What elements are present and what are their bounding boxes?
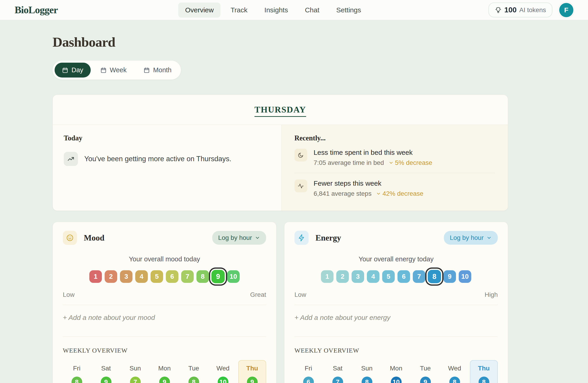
energy-scale-button[interactable]: 8 [428, 270, 441, 283]
mood-log-mode-dropdown[interactable]: Log by hour [212, 231, 266, 245]
smiley-icon [63, 231, 77, 245]
energy-scale-button[interactable]: 10 [459, 270, 471, 283]
energy-note-input[interactable] [294, 314, 498, 337]
nav-item[interactable]: Settings [329, 2, 368, 18]
pulse-icon [298, 183, 304, 189]
dashboard-page: Dashboard Day Week [0, 34, 588, 383]
mood-scale-button[interactable]: 2 [105, 270, 117, 283]
mood-weekly-day: Fri 8 [63, 360, 91, 383]
page-title: Dashboard [53, 34, 508, 50]
energy-prompt: Your overall energy today [294, 255, 498, 263]
energy-weekly-day: Thu 8 [470, 360, 498, 383]
ai-tokens-badge[interactable]: 100 AI tokens [488, 2, 552, 17]
mood-weekly-heading: WEEKLY OVERVIEW [63, 347, 266, 354]
lightbulb-icon [495, 7, 502, 14]
energy-scale-button[interactable]: 4 [367, 270, 379, 283]
mood-scale-button[interactable]: 3 [120, 270, 132, 283]
token-count: 100 [504, 6, 517, 14]
energy-scale-button[interactable]: 6 [398, 270, 410, 283]
moon-icon [298, 152, 304, 158]
energy-weekly-day: Tue 9 [411, 360, 439, 383]
chevron-down-icon [389, 160, 394, 165]
energy-weekly-day: Sun 8 [353, 360, 381, 383]
view-toggle: Day Week Month [53, 61, 181, 80]
today-section: Today You've been getting more active on… [53, 125, 281, 211]
insight-text: You've been getting more active on Thurs… [84, 155, 231, 163]
mood-prompt: Your overall mood today [63, 255, 266, 263]
chevron-down-icon [486, 235, 492, 241]
main-nav: Overview Track Insights Chat Settings [178, 2, 368, 18]
mood-scale-button[interactable]: 4 [135, 270, 148, 283]
chevron-down-icon [376, 191, 381, 196]
day-summary-card: THURSDAY Today You've been getting more … [53, 95, 508, 211]
mood-scale: 1 2 3 4 5 6 7 8 9 10 [63, 270, 266, 283]
energy-scale-button[interactable]: 7 [413, 270, 425, 283]
calendar-icon [144, 67, 150, 73]
view-toggle-button[interactable]: Day [55, 63, 91, 77]
energy-weekly-day: Sat 7 [324, 360, 352, 383]
recently-section: Recently... [281, 125, 508, 211]
mood-scale-button[interactable]: 6 [166, 270, 178, 283]
energy-low-label: Low [294, 291, 306, 298]
day-name-heading: THURSDAY [254, 105, 306, 117]
energy-weekly-day: Mon 10 [382, 360, 410, 383]
mood-weekly-day: Mon 9 [150, 360, 178, 383]
energy-weekly-overview: Fri 6 Sat 7 Sun 8 Mon 1 [294, 360, 498, 383]
energy-title: Energy [315, 233, 341, 243]
energy-scale-button[interactable]: 9 [443, 270, 456, 283]
topbar: BioLogger Overview Track Insights Chat S… [0, 0, 588, 20]
mood-scale-button[interactable]: 5 [150, 270, 163, 283]
nav-item[interactable]: Insights [257, 2, 295, 18]
energy-weekly-heading: WEEKLY OVERVIEW [294, 347, 498, 354]
energy-scale-button[interactable]: 1 [321, 270, 334, 283]
nav-item[interactable]: Track [224, 2, 254, 18]
view-toggle-button[interactable]: Month [136, 63, 179, 77]
mood-scale-button[interactable]: 1 [89, 270, 102, 283]
mood-scale-button[interactable]: 7 [181, 270, 194, 283]
recent-insight-item[interactable]: Fewer steps this week 6,841 average step… [294, 173, 495, 204]
energy-high-label: High [484, 291, 498, 298]
mood-weekly-overview: Fri 8 Sat 9 Sun 7 Mon 9 [63, 360, 266, 383]
mood-weekly-day: Sun 7 [121, 360, 149, 383]
token-label: AI tokens [519, 6, 546, 14]
mood-high-label: Great [250, 291, 266, 298]
avatar[interactable]: F [559, 3, 573, 17]
today-heading: Today [64, 134, 271, 142]
calendar-icon [100, 67, 107, 73]
topbar-right: 100 AI tokens F [488, 2, 573, 17]
chevron-down-icon [255, 235, 260, 241]
recent-insight-item[interactable]: Less time spent in bed this week 7:05 av… [294, 142, 495, 173]
energy-weekly-day: Wed 8 [441, 360, 468, 383]
energy-scale-button[interactable]: 2 [336, 270, 349, 283]
energy-scale: 1 2 3 4 5 6 7 8 9 10 [294, 270, 498, 283]
nav-item[interactable]: Overview [178, 2, 220, 18]
today-insight: You've been getting more active on Thurs… [64, 152, 271, 166]
energy-scale-button[interactable]: 3 [352, 270, 364, 283]
mood-scale-button[interactable]: 8 [196, 270, 209, 283]
view-toggle-button[interactable]: Week [93, 63, 134, 77]
mood-card: Mood Log by hour Your overall mood today… [53, 222, 276, 383]
mood-scale-button[interactable]: 10 [227, 270, 240, 283]
mood-low-label: Low [63, 291, 74, 298]
trending-up-icon [64, 152, 78, 166]
mood-scale-button[interactable]: 9 [211, 270, 225, 283]
nav-item[interactable]: Chat [298, 2, 326, 18]
app-logo: BioLogger [15, 4, 58, 16]
lightning-bolt-icon [294, 231, 309, 245]
mood-weekly-day: Sat 9 [92, 360, 120, 383]
calendar-icon [62, 67, 68, 73]
energy-scale-button[interactable]: 5 [382, 270, 395, 283]
recently-heading: Recently... [294, 134, 495, 142]
energy-weekly-day: Fri 6 [294, 360, 322, 383]
mood-note-input[interactable] [63, 314, 266, 337]
mood-weekly-day: Thu 9 [238, 360, 266, 383]
energy-card: Energy Log by hour Your overall energy t… [284, 222, 508, 383]
mood-weekly-day: Tue 8 [180, 360, 208, 383]
mood-weekly-day: Wed 10 [209, 360, 237, 383]
energy-log-mode-dropdown[interactable]: Log by hour [444, 231, 498, 245]
mood-title: Mood [84, 233, 105, 243]
